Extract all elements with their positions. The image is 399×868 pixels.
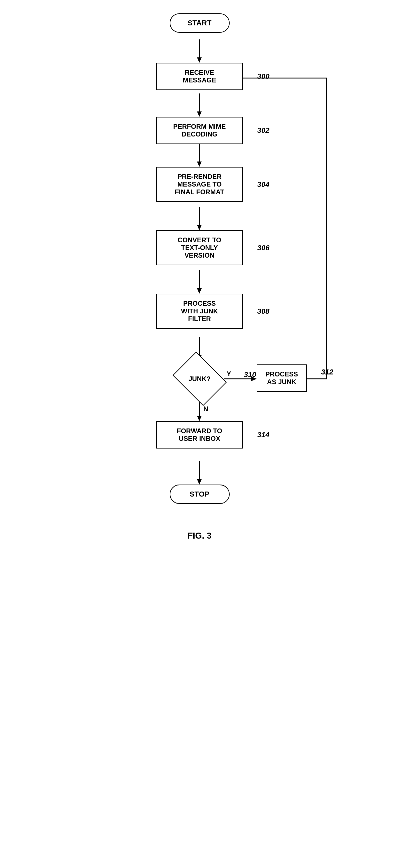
- mime-decoding-row: PERFORM MIMEDECODING 302: [156, 117, 243, 144]
- mime-decoding-box: PERFORM MIMEDECODING: [156, 117, 243, 144]
- step-300: 300: [257, 72, 270, 81]
- step-304: 304: [257, 180, 270, 189]
- svg-marker-23: [197, 479, 202, 485]
- stop-label: STOP: [170, 485, 230, 504]
- process-junk-box: PROCESSAS JUNK: [257, 365, 307, 392]
- receive-message-row: RECEIVEMESSAGE 300: [156, 63, 243, 90]
- fig-caption-label: FIG. 3: [187, 531, 211, 540]
- forward-row: FORWARD TOUSER INBOX 314: [156, 421, 243, 448]
- svg-marker-5: [197, 161, 202, 167]
- svg-marker-3: [197, 112, 202, 117]
- process-junk-label: PROCESSAS JUNK: [265, 370, 298, 385]
- prerender-box: PRE-RENDERMESSAGE TOFINAL FORMAT: [156, 167, 243, 202]
- svg-text:N: N: [203, 405, 208, 412]
- step-306: 306: [257, 244, 270, 252]
- svg-text:Y: Y: [227, 370, 231, 377]
- junk-filter-label: PROCESSWITH JUNKFILTER: [181, 300, 218, 322]
- start-node: START: [170, 13, 230, 33]
- junk-decision-label: JUNK?: [188, 375, 211, 383]
- convert-label: CONVERT TOTEXT-ONLYVERSION: [178, 236, 221, 259]
- junk-decision-row: JUNK? 310: [173, 361, 226, 397]
- prerender-row: PRE-RENDERMESSAGE TOFINAL FORMAT 304: [156, 167, 243, 202]
- svg-marker-9: [197, 288, 202, 294]
- svg-marker-13: [197, 416, 202, 421]
- step-302: 302: [257, 126, 270, 135]
- receive-message-box: RECEIVEMESSAGE: [156, 63, 243, 90]
- convert-row: CONVERT TOTEXT-ONLYVERSION 306: [156, 230, 243, 265]
- step-308: 308: [257, 307, 270, 316]
- svg-marker-1: [197, 57, 202, 63]
- step-314: 314: [257, 431, 270, 439]
- junk-diamond-wrapper: JUNK?: [173, 361, 226, 397]
- svg-marker-7: [197, 225, 202, 230]
- convert-box: CONVERT TOTEXT-ONLYVERSION: [156, 230, 243, 265]
- fig-caption: FIG. 3: [187, 531, 211, 541]
- mime-decoding-label: PERFORM MIMEDECODING: [173, 123, 226, 138]
- diagram-container: N Y START RECEIVEMESSAGE 300 PERFOR: [0, 0, 399, 868]
- process-junk-row: PROCESSAS JUNK 312: [257, 365, 307, 392]
- prerender-label: PRE-RENDERMESSAGE TOFINAL FORMAT: [175, 173, 224, 195]
- forward-box: FORWARD TOUSER INBOX: [156, 421, 243, 448]
- junk-filter-box: PROCESSWITH JUNKFILTER: [156, 294, 243, 329]
- start-label: START: [170, 13, 230, 33]
- stop-node: STOP: [170, 485, 230, 504]
- step-310: 310: [244, 370, 256, 379]
- junk-filter-row: PROCESSWITH JUNKFILTER 308: [156, 294, 243, 329]
- step-312: 312: [321, 368, 333, 376]
- receive-message-label: RECEIVEMESSAGE: [183, 69, 216, 84]
- forward-label: FORWARD TOUSER INBOX: [177, 427, 222, 442]
